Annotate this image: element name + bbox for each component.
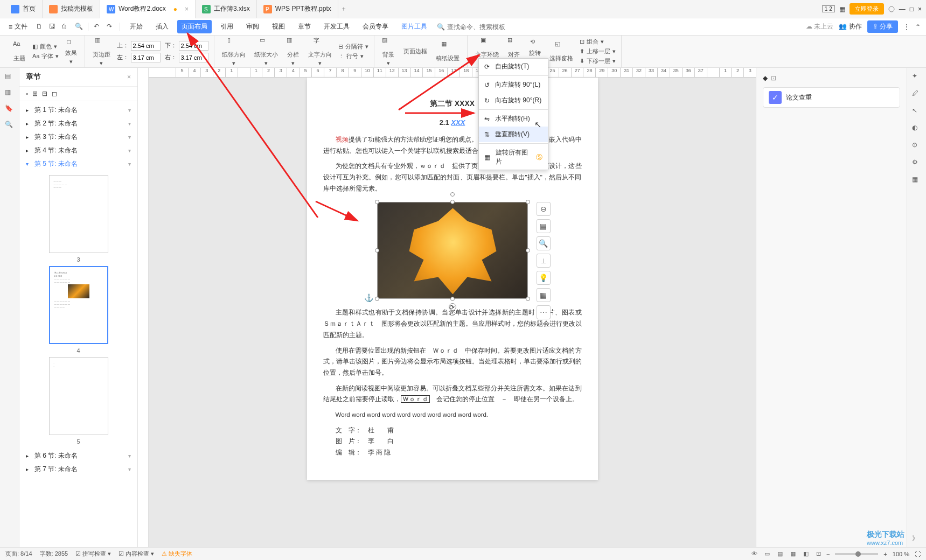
zoom-value[interactable]: 100 %	[893, 551, 909, 557]
menu-tab-start[interactable]: 开始	[126, 20, 147, 33]
margin-right-input[interactable]	[179, 53, 208, 62]
status-spell[interactable]: ☑ 拼写检查 ▾	[75, 550, 111, 558]
rpanel-pin-icon[interactable]: ◆	[763, 74, 768, 82]
group-button[interactable]: ⊡组合▾	[580, 38, 616, 46]
resize-handle-nw[interactable]	[375, 200, 379, 204]
nav-item-4[interactable]: ▸第 4 节: 未命名▾	[19, 144, 137, 157]
tab-xls[interactable]: S工作簿3.xlsx	[196, 0, 257, 18]
fullscreen-icon[interactable]: ⛶	[915, 551, 921, 557]
bookmark-icon[interactable]: 🔖	[5, 104, 15, 114]
down-button[interactable]: ⬇下移一层▾	[580, 57, 616, 65]
nav-item-2[interactable]: ▸第 2 节: 未命名▾	[19, 117, 137, 130]
menu-tab-member[interactable]: 会员专享	[358, 20, 393, 33]
rtool-relation-icon[interactable]: ⊙	[912, 141, 922, 151]
page-thumb-3[interactable]: — — —— — — — —— — —	[49, 175, 108, 253]
rtool-toggle-icon[interactable]: 》	[912, 534, 922, 544]
rtool-misc-icon[interactable]: ▦	[912, 176, 922, 185]
color-button[interactable]: ◧颜色▾	[32, 43, 59, 51]
nav-item-7[interactable]: ▸第 7 节: 未命名▾	[19, 463, 137, 476]
login-button[interactable]: 立即登录	[850, 3, 884, 15]
doc-image-selected[interactable]: ⟳ ⚓ ⊖ ▤ 🔍 ⟂ 💡 ▦ ⋯	[377, 202, 528, 299]
chevron-up-icon[interactable]: ⌃	[915, 23, 921, 31]
orientation-button[interactable]: ▯纸张方向▾	[220, 36, 248, 68]
tab-word-doc[interactable]: WWord教程2.docx●×	[100, 0, 196, 18]
float-zoomin[interactable]: 🔍	[537, 236, 551, 250]
resize-handle-se[interactable]	[526, 297, 530, 301]
resize-handle-s[interactable]	[450, 297, 455, 301]
view-mode5-icon[interactable]: ◧	[803, 550, 811, 558]
nav-item-3[interactable]: ▸第 3 节: 未命名▾	[19, 130, 137, 144]
view-mode2-icon[interactable]: ▭	[764, 550, 772, 558]
rtool-star-icon[interactable]: ✦	[912, 72, 922, 82]
paper-check-button[interactable]: ✓ 论文查重	[763, 87, 900, 108]
image-rotate-grip[interactable]: ⟳	[449, 303, 456, 311]
zoom-fit-icon[interactable]: ⊡	[816, 550, 821, 557]
float-more[interactable]: ⋯	[537, 305, 551, 319]
resize-handle-n[interactable]	[450, 200, 455, 204]
view-mode1-icon[interactable]: 👁	[751, 550, 759, 558]
more-icon[interactable]: ⋮	[903, 23, 910, 31]
resize-handle-e[interactable]	[526, 248, 530, 253]
resize-handle-w[interactable]	[375, 248, 379, 253]
menu-tab-dev[interactable]: 开发工具	[319, 20, 354, 33]
menu-tab-ref[interactable]: 引用	[216, 20, 238, 33]
rtool-settings-icon[interactable]: ⚙	[912, 158, 922, 168]
float-replace[interactable]: ▦	[537, 288, 551, 302]
rpanel-close-icon[interactable]: ⊡	[771, 74, 776, 82]
share-button[interactable]: ⇪ 分享	[867, 20, 898, 33]
status-fonts[interactable]: ⚠ 缺失字体	[162, 550, 192, 558]
outline-icon[interactable]: ▤	[5, 72, 15, 82]
search-input[interactable]	[447, 23, 512, 31]
resize-handle-ne[interactable]	[526, 200, 530, 204]
close-icon[interactable]: ×	[185, 5, 189, 13]
save-icon[interactable]: 🖫	[49, 23, 58, 31]
undo-icon[interactable]: ↶	[94, 23, 102, 31]
textdir-button[interactable]: 字文字方向▾	[306, 36, 334, 68]
close-button[interactable]: ×	[918, 5, 922, 13]
float-layout[interactable]: ▤	[537, 219, 551, 233]
view-mode4-icon[interactable]: ▦	[790, 550, 798, 558]
rotate-free[interactable]: ⟳自由旋转(T)	[479, 59, 548, 74]
lineno-button[interactable]: ⋮行号▾	[338, 52, 368, 60]
menu-tab-layout[interactable]: 页面布局	[177, 20, 212, 33]
rtool-shape-icon[interactable]: ◐	[912, 124, 922, 134]
coop-button[interactable]: 👥 协作	[839, 22, 861, 31]
search-box[interactable]: 🔍	[437, 23, 512, 31]
zoom-out-button[interactable]: −	[826, 551, 830, 557]
float-effects[interactable]: 💡	[537, 271, 551, 285]
font-button[interactable]: Aa 字体▾	[32, 52, 59, 60]
nav-tool2-icon[interactable]: ⊞	[32, 90, 38, 97]
nav-tool4-icon[interactable]: ◻	[52, 90, 57, 97]
minimize-button[interactable]: —	[899, 5, 906, 13]
margins-button[interactable]: ▥页边距▾	[90, 36, 113, 68]
preview-icon[interactable]: 🔍	[75, 23, 83, 31]
break-button[interactable]: ⊟分隔符▾	[338, 43, 368, 51]
columns-button[interactable]: ▥分栏▾	[284, 36, 302, 68]
layout-icon[interactable]: 1 2	[822, 5, 835, 12]
margin-top-input[interactable]	[131, 41, 161, 51]
float-crop[interactable]: ⟂	[537, 254, 551, 268]
margin-left-input[interactable]	[131, 53, 161, 62]
selpane-button[interactable]: ◱选择窗格	[547, 39, 575, 64]
user-icon[interactable]	[888, 6, 895, 12]
nav-close-icon[interactable]: ×	[127, 73, 131, 81]
maximize-button[interactable]: □	[910, 5, 914, 13]
margin-bottom-input[interactable]	[179, 41, 208, 51]
tab-ppt[interactable]: PWPS PPT教程.pptx	[257, 0, 338, 18]
page-thumb-5[interactable]: ··	[49, 357, 108, 435]
menu-tab-pictools[interactable]: 图片工具	[397, 20, 431, 33]
rtool-select-icon[interactable]: ↖	[912, 107, 922, 116]
zoom-in-button[interactable]: +	[883, 551, 887, 557]
status-page[interactable]: 页面: 8/14	[5, 550, 32, 558]
status-words[interactable]: 字数: 2855	[40, 550, 68, 558]
rotate-right90[interactable]: ↻向右旋转 90°(R)	[479, 93, 548, 108]
nav-item-1[interactable]: ▸第 1 节: 未命名▾	[19, 103, 137, 117]
paper-button[interactable]: ▦稿纸设置	[434, 39, 462, 64]
search-nav-icon[interactable]: 🔍	[5, 121, 15, 130]
menu-tab-insert[interactable]: 插入	[151, 20, 173, 33]
rotate-left90[interactable]: ↺向左旋转 90°(L)	[479, 77, 548, 93]
status-content[interactable]: ☑ 内容检查 ▾	[119, 550, 154, 558]
apps-icon[interactable]: ▦	[839, 5, 845, 13]
flip-horizontal[interactable]: ⇋水平翻转(H)	[479, 111, 548, 127]
rtool-pen-icon[interactable]: 🖊	[912, 89, 922, 99]
